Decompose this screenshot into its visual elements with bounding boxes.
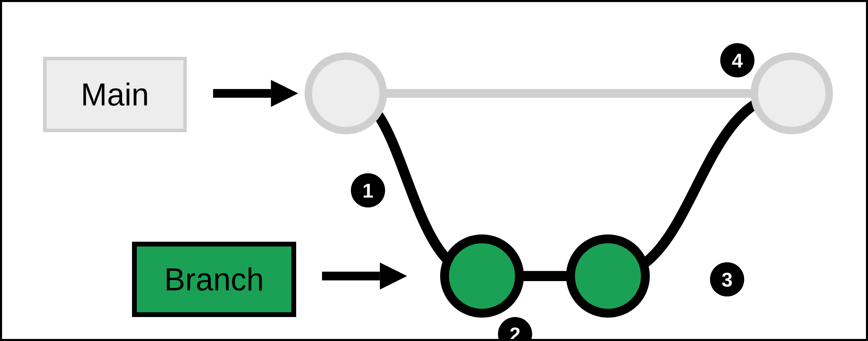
svg-marker-1	[271, 80, 298, 107]
step-badge-4: 4	[720, 43, 754, 77]
label-main: Main	[43, 57, 187, 132]
step-badge-1: 1	[351, 173, 385, 207]
commit-main-merge	[754, 56, 829, 130]
label-main-text: Main	[81, 79, 149, 110]
commit-branch-2	[570, 239, 645, 313]
label-branch-text: Branch	[164, 264, 264, 295]
step-badge-1-text: 1	[363, 179, 373, 202]
arrow-branch	[322, 263, 407, 290]
step-badge-4-text: 4	[732, 49, 743, 72]
svg-marker-3	[380, 263, 407, 290]
commit-branch-1	[445, 239, 520, 313]
arrow-main	[213, 80, 298, 107]
diagram-frame: Main Branch 1 2 3 4	[0, 0, 868, 341]
commit-main-start	[308, 56, 383, 130]
step-badge-3-text: 3	[722, 268, 733, 291]
label-branch: Branch	[132, 242, 296, 317]
step-badge-3: 3	[710, 262, 744, 296]
step-badge-2-text: 2	[510, 323, 521, 341]
